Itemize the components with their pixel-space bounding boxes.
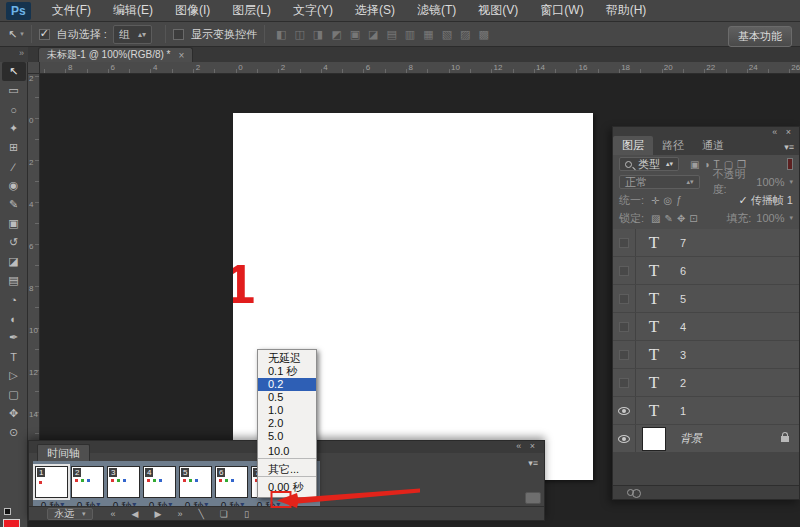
new-frame-button[interactable]: ❏ xyxy=(212,509,236,519)
align-bottom-edges-icon[interactable]: ◨ xyxy=(309,28,327,41)
panel-tab[interactable]: 图层 xyxy=(613,136,653,155)
frame-thumbnail[interactable]: 2 xyxy=(71,466,104,498)
menu-item[interactable]: 滤镜(T) xyxy=(406,0,467,21)
layer-name[interactable]: 6 xyxy=(680,265,686,277)
eraser-tool[interactable]: ◪ xyxy=(2,252,26,271)
marquee-tool[interactable]: ▭ xyxy=(2,81,26,100)
layer-row[interactable]: 背景 xyxy=(613,425,799,453)
menu-item[interactable]: 窗口(W) xyxy=(529,0,594,21)
unify-position-icon[interactable]: ✛ xyxy=(649,195,661,206)
align-vertical-centers-icon[interactable]: ◫ xyxy=(290,28,308,41)
panel-tab[interactable]: 路径 xyxy=(653,136,693,155)
align-horizontal-centers-icon[interactable]: ▣ xyxy=(346,28,364,41)
loop-count-dropdown[interactable]: 永远 ▾ xyxy=(47,508,93,520)
distribute-vertical-centers-icon[interactable]: ▥ xyxy=(401,28,419,41)
unify-visibility-icon[interactable]: ◎ xyxy=(661,195,674,206)
lock-position-icon[interactable]: ✥ xyxy=(675,213,687,224)
workspace-button[interactable]: 基本功能 xyxy=(728,26,792,47)
layer-name[interactable]: 2 xyxy=(680,377,686,389)
panel-menu-icon[interactable]: ▾≡ xyxy=(784,142,794,152)
foreground-color-swatch[interactable] xyxy=(3,519,20,527)
lasso-tool[interactable]: ○ xyxy=(2,100,26,119)
layer-name[interactable]: 5 xyxy=(680,293,686,305)
show-transform-checkbox[interactable]: 显示变换控件 xyxy=(173,27,257,42)
distribute-bottom-edges-icon[interactable]: ▦ xyxy=(419,28,437,41)
delay-menu-item[interactable]: 1.0 xyxy=(258,404,316,417)
play-button[interactable]: ▶ xyxy=(146,509,169,519)
frame-thumbnail[interactable]: 5 xyxy=(179,466,212,498)
lock-transparent-pixels-icon[interactable]: ▨ xyxy=(649,213,662,224)
layer-row[interactable]: T 2 xyxy=(613,369,799,397)
visibility-toggle[interactable] xyxy=(613,257,636,284)
next-frame-button[interactable]: » xyxy=(169,509,190,519)
lock-all-icon[interactable]: ⊡ xyxy=(687,213,699,224)
distribute-top-edges-icon[interactable]: ▤ xyxy=(382,28,400,41)
tool-preset-picker[interactable]: ↖ ▾ xyxy=(8,28,24,41)
visibility-toggle[interactable] xyxy=(613,313,636,340)
blur-tool[interactable]: ◔ xyxy=(2,290,26,309)
layer-thumbnail[interactable] xyxy=(636,427,672,451)
distribute-horizontal-centers-icon[interactable]: ▨ xyxy=(456,28,474,41)
layer-row[interactable]: T 1 xyxy=(613,397,799,425)
crop-tool[interactable]: ⊞ xyxy=(2,138,26,157)
filter-kind-dropdown[interactable]: 类型 ▴▾ xyxy=(619,157,679,171)
quick-selection-tool[interactable]: ✦ xyxy=(2,119,26,138)
visibility-toggle[interactable] xyxy=(613,425,636,452)
layer-thumbnail[interactable]: T xyxy=(636,373,672,393)
layer-thumbnail[interactable]: T xyxy=(636,233,672,253)
layer-thumbnail[interactable]: T xyxy=(636,317,672,337)
first-frame-button[interactable]: « xyxy=(103,509,124,519)
filter-pixel-layers-icon[interactable]: ▣ xyxy=(688,159,701,170)
lock-image-pixels-icon[interactable]: ✎ xyxy=(663,213,675,224)
close-icon[interactable]: × xyxy=(179,50,185,61)
layer-thumbnail[interactable]: T xyxy=(636,289,672,309)
path-selection-tool[interactable]: ▷ xyxy=(2,366,26,385)
ruler-origin[interactable] xyxy=(28,62,40,74)
delay-menu-item[interactable]: 0.00 秒 xyxy=(258,479,316,495)
delay-menu-item[interactable]: 2.0 xyxy=(258,417,316,430)
visibility-toggle[interactable] xyxy=(613,341,636,368)
visibility-toggle[interactable] xyxy=(613,369,636,396)
delay-menu-item[interactable]: 无延迟 xyxy=(258,352,316,365)
frame-thumbnail[interactable]: 3 xyxy=(107,466,140,498)
clone-stamp-tool[interactable]: ▣ xyxy=(2,214,26,233)
move-tool[interactable]: ↖ xyxy=(2,62,26,81)
align-left-edges-icon[interactable]: ◩ xyxy=(327,28,345,41)
dodge-tool[interactable]: ◐ xyxy=(2,309,26,328)
timeline-scrollbar[interactable] xyxy=(525,492,541,504)
document-tab[interactable]: 未标题-1 @ 100%(RGB/8) * × xyxy=(38,47,193,62)
align-right-edges-icon[interactable]: ◪ xyxy=(364,28,382,41)
visibility-toggle[interactable] xyxy=(613,229,636,256)
layer-row[interactable]: T 3 xyxy=(613,341,799,369)
hand-tool[interactable]: ✥ xyxy=(2,404,26,423)
frame-thumbnail[interactable]: 4 xyxy=(143,466,176,498)
layer-thumbnail[interactable]: T xyxy=(636,345,672,365)
menu-item[interactable]: 视图(V) xyxy=(467,0,529,21)
frame-thumbnail[interactable]: 6 xyxy=(215,466,248,498)
delay-menu-item[interactable]: 其它... xyxy=(258,461,316,477)
layer-row[interactable]: T 7 xyxy=(613,229,799,257)
layer-row[interactable]: T 5 xyxy=(613,285,799,313)
filter-adjustment-layers-icon[interactable]: ◑ xyxy=(701,159,711,170)
auto-select-dropdown[interactable]: 组 ▴▾ xyxy=(113,25,152,44)
eyedropper-tool[interactable]: ∕ xyxy=(2,157,26,176)
zoom-tool[interactable]: ⊙ xyxy=(2,423,26,442)
layer-row[interactable]: T 4 xyxy=(613,313,799,341)
menu-item[interactable]: 文件(F) xyxy=(41,0,102,21)
layer-name[interactable]: 4 xyxy=(680,321,686,333)
menu-item[interactable]: 编辑(E) xyxy=(102,0,164,21)
layer-name[interactable]: 7 xyxy=(680,237,686,249)
panel-tab[interactable]: 通道 xyxy=(693,136,733,155)
layer-name[interactable]: 背景 xyxy=(680,431,702,446)
panel-menu-icon[interactable]: ▾≡ xyxy=(528,458,538,468)
previous-frame-button[interactable]: ◀ xyxy=(124,509,147,519)
distribute-left-edges-icon[interactable]: ▧ xyxy=(438,28,456,41)
healing-brush-tool[interactable]: ◉ xyxy=(2,176,26,195)
link-layers-icon[interactable] xyxy=(627,489,634,496)
layer-row[interactable]: T 6 xyxy=(613,257,799,285)
delay-menu-item[interactable]: 0.2 xyxy=(258,378,316,391)
layer-name[interactable]: 3 xyxy=(680,349,686,361)
shape-tool[interactable]: ▢ xyxy=(2,385,26,404)
type-tool[interactable]: T xyxy=(2,347,26,366)
menu-item[interactable]: 文字(Y) xyxy=(282,0,344,21)
